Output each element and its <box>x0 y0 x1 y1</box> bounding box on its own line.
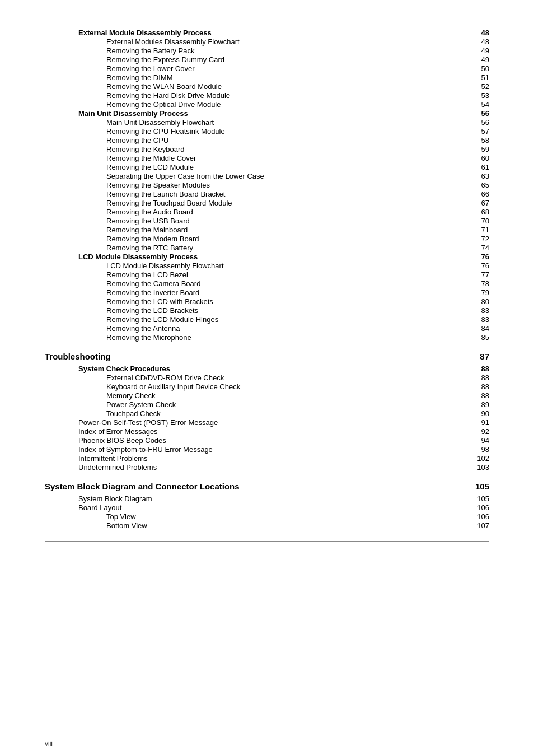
section-header: Troubleshooting87 <box>45 352 489 361</box>
entry-page: 105 <box>467 494 489 503</box>
toc-entry: Top View106 <box>45 512 489 521</box>
entry-title: Removing the Express Dummy Card <box>106 55 467 64</box>
entry-page: 50 <box>467 64 489 73</box>
section-header-page: 87 <box>467 352 489 361</box>
entry-page: 58 <box>467 136 489 144</box>
entry-title: External Modules Disassembly Flowchart <box>106 38 467 46</box>
toc-entry: Removing the Hard Disk Drive Module53 <box>45 91 489 100</box>
toc-entry: Removing the Keyboard59 <box>45 145 489 153</box>
entry-page: 77 <box>467 270 489 279</box>
entry-title: Removing the Keyboard <box>106 145 467 153</box>
entry-page: 51 <box>467 73 489 82</box>
entry-title: Removing the RTC Battery <box>106 244 467 252</box>
toc-entry: Removing the DIMM51 <box>45 73 489 82</box>
toc-entry: Undetermined Problems103 <box>45 463 489 472</box>
entry-title: Power-On Self-Test (POST) Error Message <box>78 418 467 427</box>
entry-page: 59 <box>467 145 489 153</box>
section-header: System Block Diagram and Connector Locat… <box>45 482 489 491</box>
top-rule <box>45 17 489 17</box>
toc-entry: Phoenix BIOS Beep Codes94 <box>45 436 489 445</box>
toc-entry: Power-On Self-Test (POST) Error Message9… <box>45 418 489 427</box>
entry-title: Phoenix BIOS Beep Codes <box>78 436 467 445</box>
entry-title: System Check Procedures <box>78 365 467 373</box>
entry-page: 61 <box>467 163 489 171</box>
entry-page: 83 <box>467 315 489 324</box>
entry-title: Removing the WLAN Board Module <box>106 82 467 91</box>
entry-title: LCD Module Disassembly Flowchart <box>106 262 467 270</box>
entry-page: 48 <box>467 38 489 46</box>
entry-page: 107 <box>467 521 489 530</box>
toc-entry: Removing the Mainboard71 <box>45 226 489 234</box>
entry-title: Removing the Battery Pack <box>106 46 467 55</box>
toc-entry: Removing the LCD with Brackets80 <box>45 297 489 306</box>
entry-title: Keyboard or Auxiliary Input Device Check <box>106 382 467 391</box>
entry-page: 74 <box>467 244 489 252</box>
entry-title: Touchpad Check <box>106 409 467 418</box>
entry-page: 49 <box>467 55 489 64</box>
entry-page: 71 <box>467 226 489 234</box>
entry-page: 54 <box>467 100 489 109</box>
entry-page: 102 <box>467 454 489 463</box>
toc-entry: Keyboard or Auxiliary Input Device Check… <box>45 382 489 391</box>
entry-title: Removing the Middle Cover <box>106 154 467 162</box>
toc-entry: Removing the USB Board70 <box>45 217 489 225</box>
toc-entry: Removing the Optical Drive Module54 <box>45 100 489 109</box>
entry-title: Removing the Speaker Modules <box>106 181 467 189</box>
entry-page: 79 <box>467 288 489 297</box>
page-number: viii <box>45 740 53 748</box>
toc-entry: Removing the LCD Module Hinges83 <box>45 315 489 324</box>
toc-entry: Removing the Express Dummy Card49 <box>45 55 489 64</box>
entry-page: 80 <box>467 297 489 306</box>
entry-title: Intermittent Problems <box>78 454 467 463</box>
entry-page: 56 <box>467 109 489 118</box>
entry-page: 88 <box>467 382 489 391</box>
entry-title: Removing the Mainboard <box>106 226 467 234</box>
entry-title: Removing the Audio Board <box>106 208 467 216</box>
toc-entry: Removing the LCD Bezel77 <box>45 270 489 279</box>
toc-entry: Index of Error Messages92 <box>45 427 489 436</box>
entry-page: 57 <box>467 127 489 136</box>
entry-title: Board Layout <box>78 503 467 512</box>
toc-entry: External Modules Disassembly Flowchart48 <box>45 38 489 46</box>
entry-title: Top View <box>106 512 467 521</box>
entry-title: Power System Check <box>106 400 467 409</box>
entry-title: Removing the Touchpad Board Module <box>106 199 467 207</box>
entry-page: 98 <box>467 445 489 454</box>
entry-title: Undetermined Problems <box>78 463 467 472</box>
entry-title: Removing the CPU Heatsink Module <box>106 127 467 136</box>
entry-title: Removing the LCD Bezel <box>106 270 467 279</box>
toc-entry: External Module Disassembly Process48 <box>45 29 489 37</box>
entry-page: 94 <box>467 436 489 445</box>
entry-page: 91 <box>467 418 489 427</box>
toc-entry: Touchpad Check90 <box>45 409 489 418</box>
toc-entry: Removing the LCD Brackets83 <box>45 306 489 315</box>
toc-entry: Board Layout106 <box>45 503 489 512</box>
toc-entry: Removing the RTC Battery74 <box>45 244 489 252</box>
toc-entry: Removing the LCD Module61 <box>45 163 489 171</box>
toc-entry: Main Unit Disassembly Process56 <box>45 109 489 118</box>
entry-title: Removing the DIMM <box>106 73 467 82</box>
toc-entry: Removing the Touchpad Board Module67 <box>45 199 489 207</box>
entry-page: 106 <box>467 503 489 512</box>
entry-page: 88 <box>467 374 489 382</box>
page-footer: viii <box>45 740 53 748</box>
toc-entry: Power System Check89 <box>45 400 489 409</box>
toc-entry: Separating the Upper Case from the Lower… <box>45 172 489 180</box>
entry-title: Memory Check <box>106 391 467 400</box>
toc-entry: Removing the CPU58 <box>45 136 489 144</box>
entry-title: Removing the Inverter Board <box>106 288 467 297</box>
entry-title: Removing the Optical Drive Module <box>106 100 467 109</box>
entry-title: Index of Error Messages <box>78 427 467 436</box>
entry-title: Index of Symptom-to-FRU Error Message <box>78 445 467 454</box>
toc-content: External Module Disassembly Process48Ext… <box>45 29 489 530</box>
entry-title: Removing the CPU <box>106 136 467 144</box>
toc-entry: Removing the Battery Pack49 <box>45 46 489 55</box>
entry-page: 89 <box>467 400 489 409</box>
toc-entry: Removing the Inverter Board79 <box>45 288 489 297</box>
entry-page: 56 <box>467 118 489 127</box>
entry-title: Removing the USB Board <box>106 217 467 225</box>
toc-entry: LCD Module Disassembly Flowchart76 <box>45 262 489 270</box>
entry-page: 49 <box>467 46 489 55</box>
entry-title: Removing the Antenna <box>106 324 467 333</box>
entry-page: 63 <box>467 172 489 180</box>
